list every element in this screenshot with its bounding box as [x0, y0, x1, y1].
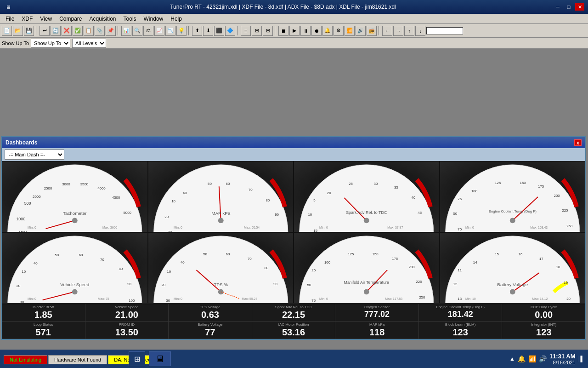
svg-point-122 [509, 289, 515, 294]
menu-help[interactable]: Help [167, 15, 186, 23]
svg-text:25: 25 [311, 268, 316, 272]
new-button[interactable]: 📄 [2, 26, 12, 36]
tb-btn-22[interactable]: ⊞ [252, 26, 262, 36]
tb-btn-17[interactable]: ⬆ [192, 26, 202, 36]
minimize-button[interactable]: ─ [553, 3, 562, 11]
clock-time: 11:31 AM [549, 353, 576, 360]
cell-oxygen-sensor: Oxygen Sensor 777.02 [335, 304, 419, 321]
blm-value: 123 [452, 327, 468, 338]
menu-acquisition[interactable]: Acquisition [86, 15, 120, 23]
svg-text:Min: 0: Min: 0 [28, 297, 36, 300]
cell-prom-id: PROM ID 13.50 [85, 322, 169, 339]
svg-text:225: 225 [416, 280, 422, 284]
tb-btn-30[interactable]: 📶 [345, 26, 355, 36]
tb-btn-34[interactable]: → [393, 26, 403, 36]
battery-voltage-label: Battery Voltage [198, 322, 222, 327]
svg-text:70: 70 [247, 257, 251, 261]
show-up-to-label: Show Up To [2, 40, 29, 46]
gauges-row-1: 500 1000 1500 2000 2500 3000 3500 4000 4… [2, 161, 585, 232]
cell-coolant-temp: Engine Coolant Temp (Deg F) 181.42 [419, 304, 503, 321]
svg-point-74 [72, 289, 78, 294]
menu-view[interactable]: View [36, 15, 56, 23]
tb-btn-4[interactable]: ↩ [40, 26, 50, 36]
svg-text:175: 175 [538, 184, 544, 189]
svg-text:10: 10 [22, 270, 26, 274]
levels-select[interactable]: All Levels [72, 39, 106, 48]
sep3 [188, 26, 190, 35]
tb-btn-28[interactable]: 🔔 [322, 26, 333, 36]
menu-xdf[interactable]: XDF [18, 15, 36, 23]
status-not-emulating[interactable]: Not Emulating [4, 355, 47, 364]
close-button[interactable]: ✕ [575, 3, 584, 11]
status-hardware[interactable]: Hardware Not Found [48, 355, 107, 364]
taskbar-app-icon[interactable]: 🖥 [149, 351, 171, 366]
tb-btn-36[interactable]: ↓ [415, 26, 425, 36]
svg-text:125: 125 [495, 181, 501, 185]
tb-btn-18[interactable]: ⬇ [203, 26, 213, 36]
app-icon: 🖥 [4, 3, 13, 11]
tb-btn-15[interactable]: 📉 [165, 26, 175, 36]
oxygen-sensor-value: 777.02 [364, 310, 390, 319]
svg-text:Max: 14.12: Max: 14.12 [532, 297, 548, 300]
show-desktop[interactable]: ▌ [578, 356, 584, 362]
tb-btn-19[interactable]: ⬛ [214, 26, 224, 36]
tb-btn-11[interactable]: 📊 [121, 26, 131, 36]
ccp-duty-label: CCP Duty Cycle [531, 305, 557, 309]
menu-tools[interactable]: Tools [120, 15, 140, 23]
tb-btn-23[interactable]: ⊟ [263, 26, 273, 36]
svg-text:Max: 55.25: Max: 55.25 [242, 297, 257, 300]
svg-text:Vehicle Speed: Vehicle Speed [60, 282, 89, 287]
tb-btn-13[interactable]: ⚖ [143, 26, 153, 36]
save-button[interactable]: 💾 [24, 26, 34, 36]
maximize-button[interactable]: □ [564, 3, 573, 11]
dashboards-close-button[interactable]: x [574, 139, 582, 146]
tb-btn-24[interactable]: ⏹ [278, 26, 288, 36]
tb-btn-21[interactable]: ≡ [241, 26, 251, 36]
tb-btn-26[interactable]: ⏸ [300, 26, 311, 36]
show-up-to-select[interactable]: Show Up To [31, 39, 70, 48]
tb-btn-16[interactable]: 💡 [176, 26, 187, 36]
tb-btn-5[interactable]: 🔄 [51, 26, 61, 36]
tb-btn-7[interactable]: ✅ [73, 26, 83, 36]
tb-btn-29[interactable]: ⚙ [334, 26, 344, 36]
start-button[interactable]: ⊞ [129, 351, 145, 366]
tb-btn-12[interactable]: 🔍 [132, 26, 142, 36]
svg-text:Max: 75: Max: 75 [98, 297, 109, 300]
gauge-coolant-temp: 25 50 75 100 125 150 175 200 225 250 Eng… [440, 161, 586, 232]
gauge-manifold-air-temp: 25 50 75 100 125 150 175 200 225 250 Man… [294, 232, 440, 304]
cell-battery-voltage: Battery Voltage 77 [169, 322, 252, 339]
svg-text:20: 20 [566, 297, 571, 301]
tb-btn-9[interactable]: 📎 [95, 26, 105, 36]
tb-btn-25[interactable]: ▶ [289, 26, 300, 36]
tray-expand[interactable]: ▲ [509, 356, 515, 362]
spark-adv-value: 22.15 [282, 310, 305, 320]
svg-point-12 [72, 218, 78, 223]
iac-motor-label: IAC Motor Position [278, 322, 309, 327]
menu-compare[interactable]: Compare [56, 15, 85, 23]
tb-btn-14[interactable]: 📈 [154, 26, 164, 36]
tb-btn-20[interactable]: 🔷 [225, 26, 235, 36]
open-button[interactable]: 📂 [13, 26, 23, 36]
tb-btn-6[interactable]: ❌ [62, 26, 72, 36]
svg-text:50: 50 [453, 212, 457, 216]
svg-text:30: 30 [374, 182, 378, 186]
svg-text:225: 225 [562, 208, 568, 213]
tb-btn-10[interactable]: 📌 [106, 26, 116, 36]
tb-btn-32[interactable]: 📻 [367, 26, 377, 36]
tb-btn-27[interactable]: ⏺ [311, 26, 322, 36]
menu-window[interactable]: Window [140, 15, 167, 23]
coolant-temp-value: 181.42 [448, 310, 473, 319]
tb-btn-8[interactable]: 📋 [84, 26, 94, 36]
svg-text:Manifold Air Temperature: Manifold Air Temperature [344, 280, 390, 285]
svg-text:40: 40 [411, 196, 415, 200]
tb-btn-31[interactable]: 🔊 [356, 26, 366, 36]
progress-bar [426, 27, 463, 34]
tb-btn-33[interactable]: ← [382, 26, 392, 36]
svg-text:1000: 1000 [16, 217, 25, 221]
cell-injector-bpw: Injector BPW 1.85 [2, 304, 85, 321]
iac-motor-value: 53.16 [282, 327, 305, 338]
tb-btn-35[interactable]: ↑ [404, 26, 414, 36]
dashboard-select[interactable]: -= Main Dash =- [5, 150, 64, 160]
data-row-2: Loop Status 571 PROM ID 13.50 Battery Vo… [2, 322, 585, 339]
menu-file[interactable]: File [2, 15, 18, 23]
